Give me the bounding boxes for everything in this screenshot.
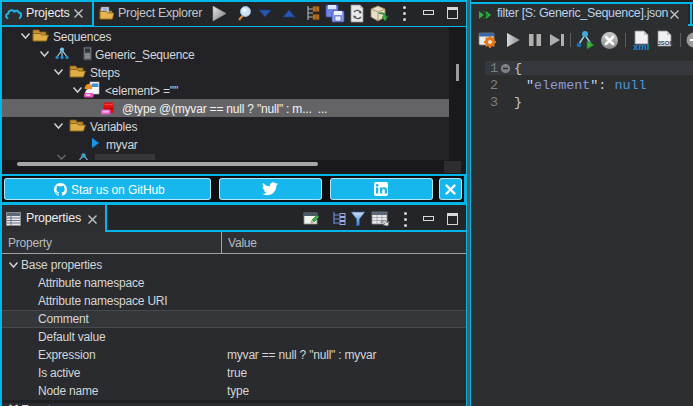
svg-text:JSON: JSON	[658, 40, 674, 46]
svg-text:xml: xml	[633, 41, 649, 51]
